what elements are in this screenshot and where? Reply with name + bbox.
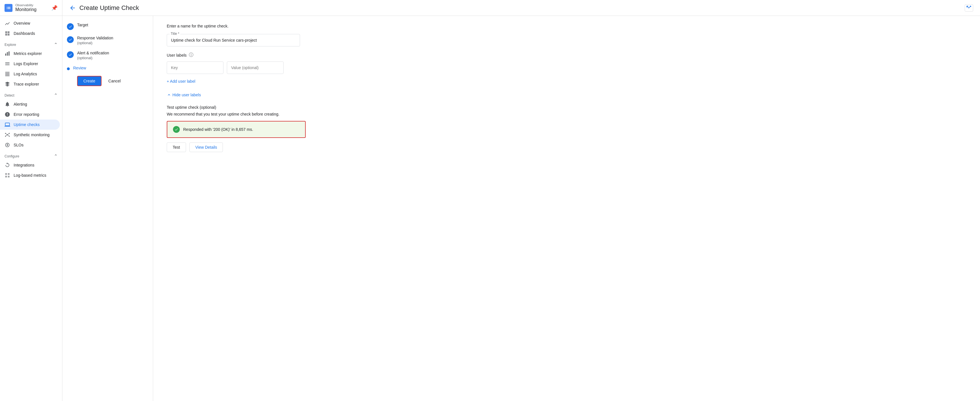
sidebar-item-label: SLOs <box>14 143 24 147</box>
sidebar-item-overview[interactable]: Overview <box>0 18 60 29</box>
sidebar-item-dashboards[interactable]: Dashboards <box>0 29 60 38</box>
sidebar-item-label: Error reporting <box>14 112 39 117</box>
step-sublabel: (optional) <box>77 41 113 45</box>
step-label: Review <box>73 66 86 70</box>
step-dot-review <box>67 67 70 70</box>
test-section: Test uptime check (optional) We recommen… <box>167 105 966 152</box>
title-label: Title * <box>170 32 180 36</box>
value-input[interactable] <box>227 62 283 74</box>
response-result-box: Responded with '200 (OK)' in 8,657 ms. <box>167 121 306 138</box>
svg-line-11 <box>7 135 10 136</box>
form-panel: Enter a name for the uptime check. Title… <box>153 16 980 401</box>
svg-line-10 <box>5 135 7 136</box>
sidebar-item-label: Uptime checks <box>14 122 40 127</box>
title-input-wrapper: Title * <box>167 34 300 46</box>
nodes-icon <box>5 132 10 138</box>
sidebar-item-label: Logs Explorer <box>14 62 38 66</box>
hide-labels-button[interactable]: Hide user labels <box>167 90 201 100</box>
sidebar-item-slos[interactable]: SLOs <box>0 140 60 150</box>
svg-line-9 <box>7 133 10 135</box>
sidebar-nav: Overview Dashboards Explore ⌃ Metrics ex… <box>0 16 62 183</box>
title-input[interactable] <box>167 34 300 46</box>
test-description: We recommend that you test your uptime c… <box>167 112 966 116</box>
sidebar-item-trace-explorer[interactable]: Trace explorer <box>0 79 60 89</box>
grid-small-icon <box>5 173 10 178</box>
step-label-block: Alert & notification (optional) <box>77 51 109 60</box>
add-label-button[interactable]: + Add user label <box>167 77 196 86</box>
step-checkmark-alert <box>67 51 74 58</box>
list-icon <box>5 61 10 67</box>
wizard-step-review: Review <box>67 66 148 70</box>
step-label: Target <box>77 23 88 27</box>
sidebar-item-log-analytics[interactable]: Log Analytics <box>0 69 60 79</box>
labels-row <box>167 62 966 74</box>
title-field-group: Title * <box>167 34 966 46</box>
bar-chart-icon <box>5 51 10 56</box>
sidebar-item-error-reporting[interactable]: Error reporting <box>0 109 60 119</box>
back-button[interactable] <box>69 5 76 11</box>
chevron-up-icon[interactable]: ⌃ <box>54 42 57 47</box>
app-title-block: Observability Monitoring <box>15 3 37 12</box>
sidebar-item-label: Log Analytics <box>14 71 37 76</box>
section-header-configure: Configure ⌃ <box>0 150 62 160</box>
test-button[interactable]: Test <box>167 143 186 152</box>
step-label: Alert & notification <box>77 51 109 55</box>
sidebar-item-integrations[interactable]: Integrations <box>0 160 60 170</box>
app-logo <box>5 4 13 12</box>
chevron-up-icon[interactable]: ⌃ <box>54 154 57 159</box>
section-label: Detect <box>5 94 14 97</box>
step-sublabel: (optional) <box>77 56 109 60</box>
user-labels-title: User labels <box>167 53 186 57</box>
sidebar-item-log-based-metrics[interactable]: Log-based metrics <box>0 170 60 181</box>
test-title: Test uptime check (optional) <box>167 105 966 109</box>
table-icon <box>5 71 10 77</box>
page-title: Create Uptime Check <box>80 4 139 12</box>
user-labels-header: User labels ⓘ <box>167 52 966 58</box>
step-label-block: Review <box>73 66 86 70</box>
sidebar-item-alerting[interactable]: Alerting <box>0 99 60 109</box>
sidebar-item-label: Metrics explorer <box>14 51 42 56</box>
step-label-block: Target <box>77 23 88 27</box>
svg-point-13 <box>7 144 8 146</box>
sidebar-header: Observability Monitoring 📌 <box>0 0 62 16</box>
section-label: Explore <box>5 43 16 47</box>
pin-icon[interactable]: 📌 <box>51 5 57 11</box>
step-label-block: Response Validation (optional) <box>77 36 113 45</box>
content-area: Target Response Validation (optional) <box>62 16 980 401</box>
form-description: Enter a name for the uptime check. <box>167 24 966 29</box>
sidebar-item-synthetic-monitoring[interactable]: Synthetic monitoring <box>0 130 60 140</box>
user-labels-section: User labels ⓘ + Add user label Hide user… <box>167 52 966 100</box>
section-header-explore: Explore ⌃ <box>0 38 62 48</box>
wizard-step-target: Target <box>67 23 148 30</box>
wizard-step-response-validation: Response Validation (optional) <box>67 36 148 45</box>
svg-rect-1 <box>7 52 8 56</box>
view-details-button[interactable]: View Details <box>189 143 223 152</box>
sidebar-item-label: Dashboards <box>14 31 35 36</box>
sidebar-item-logs-explorer[interactable]: Logs Explorer <box>0 59 60 69</box>
key-input[interactable] <box>167 62 223 74</box>
sidebar-item-metrics-explorer[interactable]: Metrics explorer <box>0 48 60 59</box>
chart-line-icon <box>5 21 10 26</box>
slo-icon <box>5 142 10 148</box>
sidebar: Observability Monitoring 📌 Overview Dash… <box>0 0 62 401</box>
collapse-panel-button[interactable] <box>965 4 973 12</box>
sidebar-item-label: Synthetic monitoring <box>14 133 49 137</box>
response-text: Responded with '200 (OK)' in 8,657 ms. <box>183 127 253 132</box>
circle-alert-icon <box>5 112 10 117</box>
svg-line-8 <box>5 133 7 135</box>
app-title: Monitoring <box>15 7 37 12</box>
main-content: Create Uptime Check Target <box>62 0 980 401</box>
sidebar-item-label: Log-based metrics <box>14 173 46 178</box>
chevron-up-icon[interactable]: ⌃ <box>54 93 57 98</box>
wizard-actions: Create Cancel <box>67 76 148 86</box>
app-subtitle: Observability <box>15 3 37 7</box>
test-actions: Test View Details <box>167 143 966 152</box>
cancel-button[interactable]: Cancel <box>105 76 124 86</box>
layers-icon <box>5 81 10 87</box>
section-header-detect: Detect ⌃ <box>0 89 62 99</box>
sidebar-item-label: Integrations <box>14 163 34 167</box>
bell-icon <box>5 101 10 107</box>
create-button[interactable]: Create <box>77 76 102 86</box>
help-icon[interactable]: ⓘ <box>189 52 193 58</box>
sidebar-item-uptime-checks[interactable]: Uptime checks <box>0 119 60 130</box>
